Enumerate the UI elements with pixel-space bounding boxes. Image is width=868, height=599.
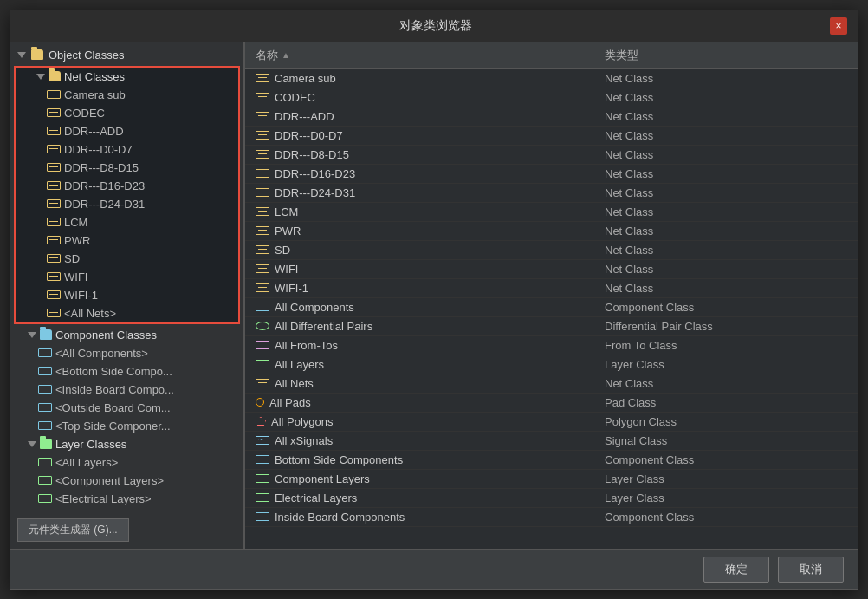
tree-item-ddr-d0d7[interactable]: DDR---D0-D7 [16,140,238,159]
row-name: CODEC [256,91,605,104]
comp-icon-inside [38,385,52,394]
expand-icon [17,52,26,58]
row-name: Bottom Side Components [256,453,605,466]
right-list[interactable]: Camera sub Net Class CODEC Net Class DDR… [245,69,858,549]
net-icon-wifi1 [47,290,61,299]
table-row[interactable]: Camera sub Net Class [245,69,858,88]
component-classes-header[interactable]: Component Classes [10,326,243,344]
tree-item-camera-sub[interactable]: Camera sub [16,86,238,104]
row-icon [256,207,269,216]
tree-item-wifi1[interactable]: WIFI-1 [16,286,238,304]
close-button[interactable]: × [830,17,847,35]
net-icon-ddr-d8d15 [47,163,61,172]
layer-icon-all [38,458,52,466]
row-icon [256,493,269,502]
table-row[interactable]: All Nets Net Class [245,374,858,394]
row-name: DDR---D16-D23 [256,167,605,180]
dialog-bottom: 确定 取消 [10,549,858,589]
row-type: Net Class [605,377,847,390]
row-name: All xSignals [256,434,605,447]
col-header-name: 名称 ▲ [256,48,605,63]
tree-item-wifi[interactable]: WIFI [16,268,238,286]
table-row[interactable]: All xSignals Signal Class [245,432,858,451]
table-row[interactable]: Inside Board Components Component Class [245,508,858,527]
tree-item-ddr-d16d23[interactable]: DDR---D16-D23 [16,177,238,195]
table-row[interactable]: Electrical Layers Layer Class [245,489,858,508]
row-type: Net Class [605,282,847,295]
cancel-button[interactable]: 取消 [778,557,844,583]
table-row[interactable]: WIFI Net Class [245,260,858,279]
table-row[interactable]: All Pads Pad Class [245,394,858,413]
tree-root-object-classes[interactable]: Object Classes [10,46,243,64]
table-row[interactable]: All Differential Pairs Differential Pair… [245,317,858,336]
net-icon-ddr-d24d31 [47,199,61,208]
row-type: From To Class [605,339,847,352]
title-bar: 对象类浏览器 × [10,10,858,42]
net-icon-camera-sub [47,90,61,99]
net-classes-header[interactable]: Net Classes [16,68,238,86]
tree-item-all-layers[interactable]: <All Layers> [10,453,243,472]
tree-item-bottom-side-comp[interactable]: <Bottom Side Compo... [10,362,243,381]
layer-classes-section: Layer Classes <All Layers> <Component La… [10,435,243,508]
row-type: Net Class [605,225,847,238]
tree-item-outside-board-comp[interactable]: <Outside Board Com... [10,399,243,417]
table-row[interactable]: DDR---D0-D7 Net Class [245,127,858,146]
tree-item-all-components[interactable]: <All Components> [10,344,243,362]
main-dialog: 对象类浏览器 × Object Classes Net C [10,10,858,590]
row-name: Inside Board Components [256,511,605,524]
table-row[interactable]: CODEC Net Class [245,88,858,107]
layer-icon-comp [38,476,52,485]
right-panel: 名称 ▲ 类类型 Camera sub Net Class [245,42,858,549]
row-icon [256,379,269,387]
layer-folder-icon [40,439,52,449]
tree-item-sd[interactable]: SD [16,250,238,268]
tree-item-lcm[interactable]: LCM [16,213,238,231]
table-row[interactable]: SD Net Class [245,241,858,260]
tree-item-electrical-layers[interactable]: <Electrical Layers> [10,490,243,508]
table-row[interactable]: All Components Component Class [245,298,858,317]
right-header: 名称 ▲ 类类型 [245,42,858,69]
row-type: Pad Class [605,396,847,409]
comp-folder-icon [40,329,52,340]
table-row[interactable]: All Polygons Polygon Class [245,413,858,432]
net-icon-ddr-d16d23 [47,181,61,190]
row-type: Net Class [605,205,847,218]
col-header-type: 类类型 [605,48,847,63]
table-row[interactable]: DDR---D16-D23 Net Class [245,165,858,184]
table-row[interactable]: DDR---D8-D15 Net Class [245,146,858,165]
layer-icon-elec [38,494,52,503]
table-row[interactable]: Component Layers Layer Class [245,470,858,489]
layer-classes-header[interactable]: Layer Classes [10,435,243,453]
tree-item-inside-board-comp[interactable]: <Inside Board Compo... [10,381,243,399]
table-row[interactable]: PWR Net Class [245,222,858,241]
row-type: Net Class [605,148,847,161]
table-row[interactable]: Bottom Side Components Component Class [245,451,858,470]
comp-icon-bottom [38,367,52,375]
tree-item-component-layers[interactable]: <Component Layers> [10,472,243,490]
ok-button[interactable]: 确定 [703,557,769,583]
row-type: Layer Class [605,492,847,505]
row-type: Net Class [605,91,847,104]
row-name: All Polygons [256,415,605,428]
tree-item-ddr-d24d31[interactable]: DDR---D24-D31 [16,195,238,213]
row-name: WIFI-1 [256,282,605,295]
tree-item-all-nets[interactable]: <All Nets> [16,304,238,322]
tree-item-ddr-add[interactable]: DDR---ADD [16,122,238,140]
table-row[interactable]: LCM Net Class [245,203,858,222]
row-name: All Components [256,301,605,314]
tree-item-top-side-comp[interactable]: <Top Side Componer... [10,417,243,435]
row-type: Component Class [605,301,847,314]
row-icon [256,226,269,235]
row-icon [256,512,269,521]
tree-item-ddr-d8d15[interactable]: DDR---D8-D15 [16,159,238,177]
tree-item-codec[interactable]: CODEC [16,104,238,122]
table-row[interactable]: All From-Tos From To Class [245,336,858,355]
table-row[interactable]: DDR---D24-D31 Net Class [245,184,858,203]
table-row[interactable]: WIFI-1 Net Class [245,279,858,298]
component-generator-button[interactable]: 元件类生成器 (G)... [17,518,129,542]
table-row[interactable]: DDR---ADD Net Class [245,107,858,127]
tree-item-pwr[interactable]: PWR [16,231,238,250]
table-row[interactable]: All Layers Layer Class [245,355,858,374]
row-name: All Pads [256,396,605,409]
comp-icon-outside [38,403,52,412]
